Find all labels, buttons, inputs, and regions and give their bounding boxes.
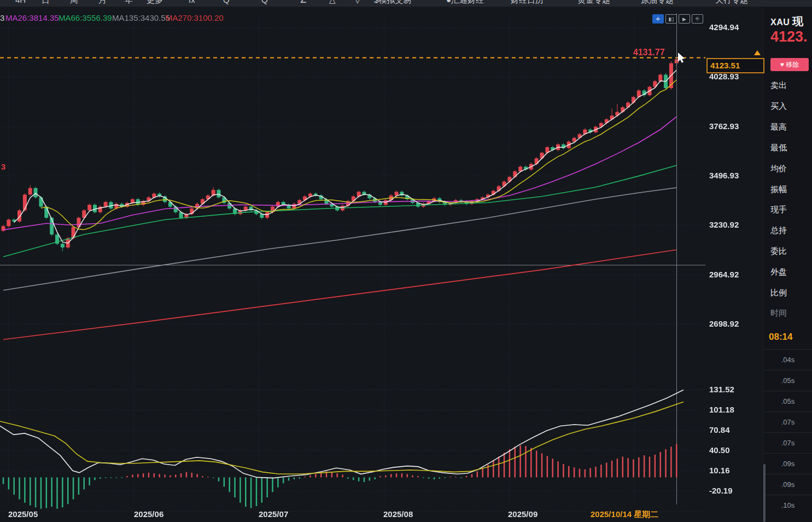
- chart-playback-icon[interactable]: ▶: [679, 14, 690, 24]
- quote-row-label: 外盘: [770, 267, 787, 277]
- time-sales-row: .10s: [763, 495, 812, 516]
- quote-row-label: 振幅: [770, 184, 787, 195]
- indicator-tick-label: 131.52: [709, 385, 734, 394]
- time-sales-row: .09s: [763, 474, 812, 495]
- time-field-value: 08:14: [769, 332, 792, 343]
- ma-legend-item-0: MA26:3814.35: [5, 13, 59, 22]
- date-axis-label: 2025/07: [259, 509, 288, 519]
- kline-chart-canvas[interactable]: [0, 0, 762, 522]
- toolbar-item-15[interactable]: 黄金专题: [577, 0, 610, 5]
- date-axis-label: 2025/06: [134, 509, 163, 519]
- indicator-tick-label: 40.50: [709, 445, 730, 455]
- chart-style-icon[interactable]: ▮▯: [665, 14, 677, 24]
- heart-icon: ♥: [780, 61, 784, 68]
- price-tick-label: 3230.92: [709, 220, 739, 229]
- price-tick-label: 2964.92: [709, 270, 739, 279]
- quote-row-label: 现手: [770, 205, 787, 215]
- indicator-tick-label: 10.16: [709, 466, 730, 475]
- ma-legend-item-2: MA135:3430.55: [112, 13, 170, 22]
- toolbar-item-5[interactable]: 更多: [147, 0, 163, 5]
- exit-chart-icon: ⎆: [696, 16, 699, 22]
- toolbar-item-0[interactable]: 4H: [15, 0, 26, 4]
- time-sales-row: .07s: [763, 432, 812, 454]
- toolbar-item-4[interactable]: 年: [125, 0, 133, 5]
- chart-playback-icon: ▶: [682, 16, 686, 22]
- last-price: 4123.: [770, 28, 808, 45]
- price-tick-label: 2698.92: [709, 319, 739, 328]
- top-toolbar: 4H日周月年更多fxQQ∠△▽$模拟交易●汇通财经财经日历黄金专题原油专题天行专…: [0, 0, 812, 7]
- time-sales-row: .05s: [763, 391, 812, 412]
- current-price-tag: 4123.51: [706, 58, 764, 73]
- toolbar-item-12[interactable]: $模拟交易: [374, 0, 411, 5]
- chart-style-icon: ▮▯: [669, 16, 674, 22]
- toolbar-item-2[interactable]: 周: [70, 0, 78, 5]
- date-axis-label: 2025/08: [383, 509, 413, 519]
- date-axis-label: 2025/05: [8, 509, 38, 519]
- quote-row-label: 最高: [770, 122, 787, 132]
- time-sales-row: .07s: [763, 411, 812, 433]
- crosshair-mode-icon[interactable]: ✛: [652, 14, 664, 24]
- toolbar-item-11[interactable]: ▽: [354, 0, 361, 5]
- indicator-tick-label: 101.18: [709, 405, 734, 414]
- symbol-code: XAU: [770, 18, 790, 27]
- chart-toolbar-icons: ✛▮▯▶⎆: [652, 14, 703, 24]
- ma-legend-item-3: MA270:3100.20: [166, 13, 224, 22]
- quote-row-label: 买入: [770, 101, 787, 112]
- symbol-title: XAU 现: [770, 14, 803, 29]
- price-tick-label: 3762.93: [709, 121, 739, 131]
- toolbar-item-10[interactable]: △: [329, 0, 336, 5]
- symbol-name: 现: [792, 15, 803, 27]
- quote-row-label: 最低: [770, 143, 787, 153]
- price-tick-label: 4294.94: [709, 22, 739, 32]
- quote-row-label: 均价: [770, 164, 787, 174]
- toolbar-item-7[interactable]: Q: [223, 0, 230, 4]
- sidebar-scrollbar[interactable]: [763, 464, 766, 522]
- time-field-label: 时间: [770, 308, 787, 318]
- crosshair-date-label: 2025/10/14 星期二: [591, 509, 658, 520]
- quote-row-label: 卖出: [770, 80, 787, 91]
- quote-row-label: 总持: [770, 225, 787, 236]
- toolbar-item-8[interactable]: Q: [261, 0, 268, 4]
- quote-sidebar: XAU 现 4123. ♥ 移除 卖出买入最高最低均价振幅现手总持委比外盘比例 …: [763, 7, 812, 522]
- toolbar-item-6[interactable]: fx: [189, 0, 195, 4]
- quote-row-label: 比例: [770, 288, 787, 298]
- toolbar-item-3[interactable]: 月: [98, 0, 107, 5]
- toolbar-item-13[interactable]: ●汇通财经: [446, 0, 484, 5]
- date-axis-label: 2025/09: [508, 509, 538, 519]
- toolbar-item-14[interactable]: 财经日历: [511, 0, 544, 5]
- price-tick-label: 3496.93: [709, 171, 739, 180]
- clipped-label-fragment: 3: [1, 162, 5, 171]
- time-sales-row: .04s: [763, 349, 812, 370]
- exit-chart-icon[interactable]: ⎆: [692, 14, 703, 24]
- time-sales-row: .09s: [763, 453, 812, 474]
- toolbar-item-9[interactable]: ∠: [300, 0, 307, 5]
- indicator-tick-label: 70.84: [709, 425, 730, 434]
- remove-favorite-button[interactable]: ♥ 移除: [770, 58, 809, 71]
- time-sales-row: .05s: [763, 370, 812, 391]
- high-price-annotation: 4131.77: [633, 48, 665, 57]
- legend-fragment: 3: [0, 13, 4, 22]
- toolbar-item-1[interactable]: 日: [42, 0, 50, 5]
- crosshair-mode-icon: ✛: [656, 16, 661, 22]
- indicator-tick-label: -20.19: [709, 486, 733, 495]
- toolbar-item-17[interactable]: 天行专题: [715, 0, 748, 5]
- chart-region: 3MA26:3814.35MA66:3556.39MA135:3430.55MA…: [0, 0, 762, 522]
- toolbar-item-16[interactable]: 原油专题: [641, 0, 674, 5]
- ma-legend-item-1: MA66:3556.39: [59, 13, 112, 22]
- quote-row-label: 委比: [770, 246, 787, 257]
